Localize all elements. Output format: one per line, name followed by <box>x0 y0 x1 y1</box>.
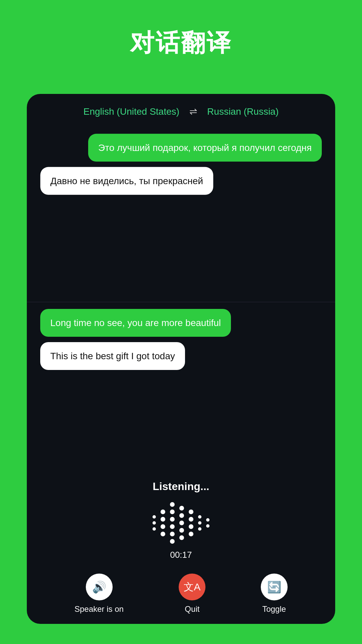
wave-dot <box>170 532 175 536</box>
speaker-icon: 🔊 <box>92 580 106 594</box>
bottom-bar: 🔊 Speaker is on 文A Quit 🔄 Toggle <box>27 567 335 624</box>
wave-col-6 <box>198 515 201 531</box>
wave-dot <box>189 517 193 522</box>
wave-dot <box>170 502 175 507</box>
wave-dot <box>189 532 193 536</box>
toggle-circle[interactable]: 🔄 <box>261 574 288 600</box>
timer-display: 00:17 <box>170 550 192 560</box>
wave-dot <box>179 535 184 540</box>
wave-col-2 <box>161 509 165 536</box>
wave-dot <box>170 539 175 544</box>
translate-icon: 文A <box>184 580 200 594</box>
wave-col-1 <box>153 515 156 531</box>
quit-button[interactable]: 文A Quit <box>179 574 205 614</box>
wave-col-3 <box>170 502 175 544</box>
toggle-button[interactable]: 🔄 Toggle <box>261 574 288 614</box>
wave-dot <box>179 513 184 518</box>
wave-dot <box>179 528 184 533</box>
wave-dot <box>198 521 201 525</box>
wave-col-7 <box>206 518 209 528</box>
wave-dot <box>170 524 175 529</box>
wave-dot <box>189 524 193 529</box>
bubble-top-2: Давно не виделись, ты прекрасней <box>40 167 213 195</box>
chat-top-section: Давно не виделись, ты прекрасней Это луч… <box>27 127 335 302</box>
speaker-button[interactable]: 🔊 Speaker is on <box>74 574 124 614</box>
wave-dot <box>161 509 165 514</box>
chat-area: Давно не виделись, ты прекрасней Это луч… <box>27 127 335 474</box>
wave-dot <box>153 515 156 519</box>
wave-dot <box>189 509 193 514</box>
app-title: 对话翻译 <box>0 0 362 59</box>
wave-dot <box>161 532 165 536</box>
language-header: English (United States) ⇌ Russian (Russi… <box>27 94 335 127</box>
wave-col-4 <box>179 506 184 540</box>
chat-bottom-section: Long time no see, you are more beautiful… <box>27 302 335 474</box>
wave-dot <box>153 527 156 531</box>
wave-dot <box>198 527 201 531</box>
lang-left[interactable]: English (United States) <box>83 106 179 117</box>
wave-dot <box>161 524 165 529</box>
wave-dot <box>170 509 175 514</box>
speaker-circle[interactable]: 🔊 <box>86 574 113 600</box>
bubble-bottom-2: This is the best gift I got today <box>40 342 185 370</box>
bubble-bottom-1: Long time no see, you are more beautiful <box>40 309 231 337</box>
speaker-label: Speaker is on <box>74 604 124 614</box>
wave-dot <box>206 524 209 528</box>
swap-icon[interactable]: ⇌ <box>189 106 197 117</box>
main-card: English (United States) ⇌ Russian (Russi… <box>27 94 335 624</box>
wave-dot <box>153 521 156 525</box>
wave-dot <box>198 515 201 519</box>
toggle-label: Toggle <box>262 604 286 614</box>
lang-right[interactable]: Russian (Russia) <box>207 106 279 117</box>
quit-label: Quit <box>185 604 199 614</box>
wave-dot <box>179 521 184 525</box>
wave-dot <box>206 518 209 522</box>
listening-label: Listening... <box>153 480 209 493</box>
bubble-top-1: Это лучший подарок, который я получил се… <box>88 134 322 162</box>
wave-dot <box>179 506 184 511</box>
wave-col-5 <box>189 509 193 536</box>
quit-circle[interactable]: 文A <box>179 574 205 600</box>
refresh-icon: 🔄 <box>267 580 281 594</box>
waveform <box>146 499 216 546</box>
listening-area: Listening... <box>27 474 335 567</box>
wave-dot <box>170 517 175 522</box>
wave-dot <box>161 517 165 522</box>
